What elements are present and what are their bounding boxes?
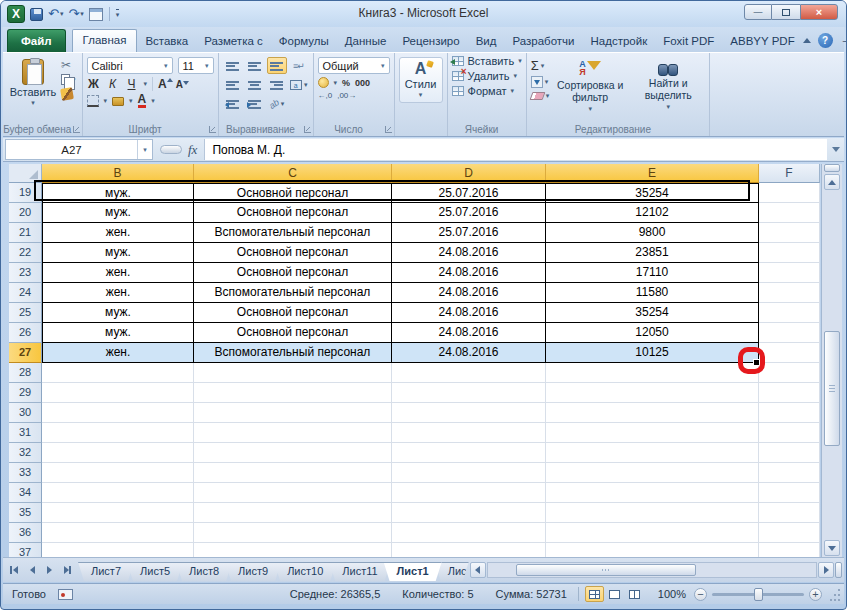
ribbon-tab[interactable]: Foxit PDF — [655, 30, 722, 52]
dialog-launcher-icon[interactable] — [73, 126, 80, 133]
cell[interactable] — [392, 543, 546, 557]
column-header-C[interactable]: C — [194, 164, 392, 183]
row-header-29[interactable]: 29 — [9, 383, 42, 403]
cell[interactable] — [194, 363, 392, 383]
macro-record-icon[interactable] — [58, 589, 73, 600]
cell[interactable] — [759, 363, 820, 383]
find-select-button[interactable]: Найти и выделить▾ — [631, 57, 705, 121]
format-painter-icon[interactable] — [60, 87, 74, 101]
cell[interactable] — [42, 463, 194, 483]
cell[interactable] — [42, 503, 194, 523]
row-header-20[interactable]: 20 — [9, 203, 42, 223]
tab-split-handle[interactable] — [835, 562, 842, 578]
cell[interactable] — [759, 503, 820, 523]
format-cells-button[interactable]: Формат▾ — [452, 85, 522, 97]
cell[interactable]: муж. — [42, 203, 194, 223]
cell[interactable]: 35254 — [546, 183, 759, 203]
cell[interactable] — [42, 363, 194, 383]
increase-decimal-button[interactable]: ←,0 — [318, 91, 333, 100]
page-layout-view-button[interactable] — [605, 586, 624, 602]
last-sheet-button[interactable] — [58, 562, 74, 578]
sheet-tab[interactable]: Лист8 — [176, 562, 232, 581]
row-header-32[interactable]: 32 — [9, 443, 42, 463]
clear-button[interactable]: ▾ — [531, 92, 550, 100]
cell[interactable]: муж. — [42, 303, 194, 323]
vertical-scrollbar[interactable] — [821, 164, 842, 557]
cell[interactable]: жен. — [42, 343, 194, 363]
formula-bar-handle[interactable] — [160, 145, 182, 154]
scroll-left-button[interactable] — [470, 562, 486, 578]
row-header-36[interactable]: 36 — [9, 523, 42, 543]
cell[interactable] — [759, 483, 820, 503]
align-left-button[interactable] — [223, 76, 243, 93]
percent-style-button[interactable]: % — [342, 78, 350, 88]
align-center-button[interactable] — [245, 76, 265, 93]
sheet-tab[interactable]: Лист5 — [127, 562, 183, 581]
ribbon-tab[interactable]: Надстройк — [583, 30, 656, 52]
row-header-28[interactable]: 28 — [9, 363, 42, 383]
cell[interactable]: муж. — [42, 323, 194, 343]
cell[interactable] — [194, 483, 392, 503]
cell[interactable] — [546, 423, 759, 443]
increase-indent-button[interactable] — [245, 95, 265, 112]
sheet-tab[interactable]: Лист11 — [329, 562, 390, 581]
row-header-25[interactable]: 25 — [9, 303, 42, 323]
cell[interactable]: 9800 — [546, 223, 759, 243]
cell[interactable] — [759, 223, 820, 243]
cell[interactable] — [392, 523, 546, 543]
cell[interactable] — [392, 403, 546, 423]
cell[interactable] — [194, 383, 392, 403]
cell[interactable] — [759, 383, 820, 403]
row-header-24[interactable]: 24 — [9, 283, 42, 303]
zoom-thumb[interactable] — [754, 588, 763, 601]
row-header-34[interactable]: 34 — [9, 483, 42, 503]
cell[interactable] — [546, 403, 759, 423]
dialog-launcher-icon[interactable] — [304, 126, 311, 133]
name-box-dropdown-icon[interactable]: ▾ — [137, 140, 152, 159]
cell[interactable] — [759, 323, 820, 343]
font-family-select[interactable]: Calibri▾ — [87, 57, 173, 74]
accounting-format-icon[interactable] — [318, 77, 329, 88]
vertical-scroll-thumb[interactable] — [824, 331, 840, 446]
font-size-select[interactable]: 11▾ — [178, 57, 214, 74]
cell[interactable] — [546, 523, 759, 543]
cell[interactable] — [546, 463, 759, 483]
zoom-level[interactable]: 100% — [650, 588, 694, 600]
horizontal-scrollbar[interactable] — [470, 562, 842, 579]
next-sheet-button[interactable] — [41, 562, 57, 578]
cell[interactable]: Основной персонал — [194, 303, 392, 323]
normal-view-button[interactable] — [585, 586, 604, 602]
zoom-out-button[interactable]: − — [694, 588, 707, 601]
cell[interactable] — [759, 443, 820, 463]
insert-function-icon[interactable]: fx — [188, 142, 197, 158]
scroll-down-button[interactable] — [824, 540, 840, 556]
cell[interactable]: 24.08.2016 — [392, 323, 546, 343]
fill-handle[interactable] — [753, 359, 760, 366]
wrap-text-button[interactable]: ≡↵ — [289, 57, 309, 74]
minimize-button[interactable]: — — [744, 4, 772, 20]
cell[interactable] — [759, 343, 820, 363]
prev-sheet-button[interactable] — [24, 562, 40, 578]
cell[interactable]: Вспомогательный персонал — [194, 283, 392, 303]
cell[interactable] — [392, 483, 546, 503]
cell[interactable]: 24.08.2016 — [392, 243, 546, 263]
horizontal-scroll-thumb[interactable] — [516, 564, 696, 576]
sheet-tab[interactable]: Лист7 — [78, 562, 134, 581]
align-bottom-button[interactable] — [267, 57, 287, 74]
font-color-icon[interactable]: А — [138, 94, 147, 108]
cell[interactable] — [194, 463, 392, 483]
help-icon[interactable]: ? — [818, 33, 833, 48]
cell[interactable] — [194, 443, 392, 463]
workbook-minimize-button[interactable]: — — [840, 34, 847, 47]
cell[interactable]: 10125 — [546, 343, 759, 363]
merge-center-button[interactable]: a▾ — [289, 76, 309, 93]
cell[interactable] — [392, 423, 546, 443]
ribbon-tab[interactable]: Разработчи — [504, 30, 582, 52]
row-header-22[interactable]: 22 — [9, 243, 42, 263]
ribbon-tab[interactable]: Вид — [468, 30, 505, 52]
cell[interactable] — [546, 443, 759, 463]
cell[interactable] — [759, 303, 820, 323]
column-header-F[interactable]: F — [759, 164, 820, 183]
first-sheet-button[interactable] — [7, 562, 23, 578]
cell[interactable] — [194, 543, 392, 557]
